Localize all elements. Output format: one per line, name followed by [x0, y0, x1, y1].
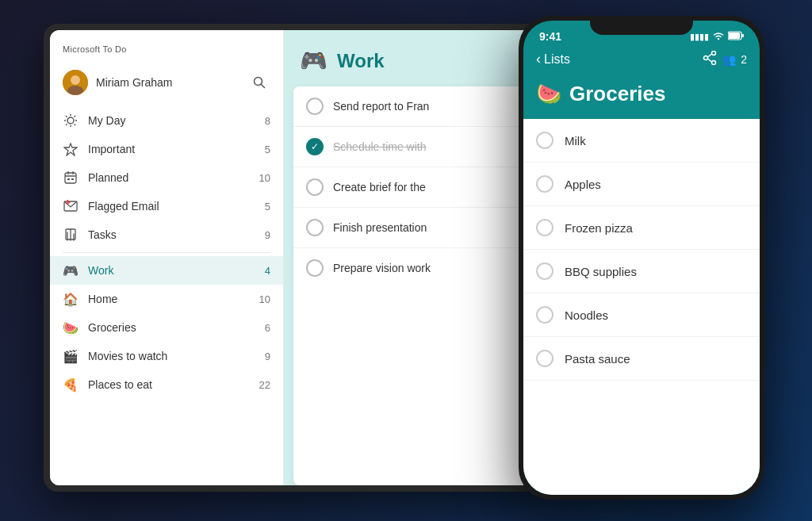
search-button[interactable] — [248, 71, 270, 94]
groceries-icon: 🍉 — [63, 320, 79, 335]
svg-rect-26 — [729, 33, 740, 39]
phone-list-title: Groceries — [569, 82, 665, 106]
sidebar-item-label: Places to eat — [88, 378, 250, 391]
task-item-4[interactable]: Finish presentation — [293, 208, 527, 248]
phone-task-text-2: Apples — [565, 178, 601, 191]
sidebar-item-label: Movies to watch — [88, 350, 255, 362]
sidebar-item-places[interactable]: 🍕 Places to eat 22 — [50, 370, 283, 399]
phone-task-text-4: BBQ supplies — [565, 265, 637, 278]
phone-list-icon: 🍉 — [536, 82, 561, 106]
sidebar-item-count: 4 — [265, 265, 270, 277]
svg-point-29 — [712, 52, 716, 56]
phone-task-checkbox-5[interactable] — [536, 306, 553, 324]
phone-notch — [590, 16, 693, 35]
sidebar-item-tasks[interactable]: Tasks 9 — [50, 220, 283, 249]
svg-rect-27 — [741, 34, 744, 37]
phone-list-header: 🍉 Groceries — [523, 75, 760, 119]
svg-marker-14 — [64, 144, 77, 155]
sidebar-item-label: Home — [88, 293, 250, 305]
phone-time: 9:41 — [539, 30, 561, 43]
list-header: 🎮 Work — [284, 30, 537, 86]
sidebar-item-label: Tasks — [88, 228, 255, 241]
work-icon: 🎮 — [63, 262, 79, 278]
task-text-4: Finish presentation — [333, 221, 515, 234]
wifi-icon — [712, 31, 725, 42]
task-checkbox-3[interactable] — [306, 178, 324, 196]
svg-line-10 — [66, 116, 67, 117]
phone-task-item-4[interactable]: BBQ supplies — [523, 250, 760, 293]
phone-task-text-3: Frozen pizza — [565, 221, 633, 235]
phone-task-item-3[interactable]: Frozen pizza — [523, 206, 760, 250]
tasks-icon — [63, 227, 79, 243]
svg-point-28 — [704, 56, 708, 60]
task-list: Send report to Fran ✓ Schedule time with… — [293, 86, 527, 485]
phone-task-list: Milk Apples Frozen pizza BBQ supplies No… — [523, 119, 760, 495]
sidebar-item-movies[interactable]: 🎬 Movies to watch 9 — [50, 342, 283, 370]
phone-task-checkbox-2[interactable] — [536, 175, 553, 193]
task-item-1[interactable]: Send report to Fran — [293, 86, 527, 127]
signal-icon: ▮▮▮▮ — [690, 32, 709, 42]
back-arrow-icon: ‹ — [536, 51, 541, 67]
sidebar-item-count: 9 — [265, 229, 270, 241]
list-icon: 🎮 — [300, 48, 327, 74]
task-item-5[interactable]: Prepare vision work — [293, 248, 527, 288]
planned-icon — [63, 170, 79, 186]
status-icons: ▮▮▮▮ — [690, 31, 744, 42]
sidebar-item-label: Work — [88, 264, 255, 277]
sidebar-item-home[interactable]: 🏠 Home 10 — [50, 285, 283, 313]
task-text-3: Create brief for the — [333, 181, 515, 193]
my-day-icon — [63, 113, 79, 128]
sidebar-item-count: 10 — [259, 293, 270, 305]
sidebar-item-label: Important — [88, 143, 255, 155]
svg-point-30 — [712, 61, 716, 65]
sidebar-item-my-day[interactable]: My Day 8 — [50, 106, 283, 135]
phone-screen: 9:41 ▮▮▮▮ ‹ Lists 👥 2 — [523, 21, 760, 495]
sidebar-item-count: 22 — [259, 379, 270, 391]
share-icon[interactable] — [702, 51, 718, 67]
phone-task-item-2[interactable]: Apples — [523, 163, 760, 206]
svg-line-31 — [708, 54, 712, 57]
places-icon: 🍕 — [63, 377, 79, 393]
svg-line-11 — [75, 125, 76, 126]
svg-rect-15 — [65, 173, 76, 183]
phone-task-item-1[interactable]: Milk — [523, 119, 760, 163]
phone-task-item-5[interactable]: Noodles — [523, 293, 760, 337]
action-count: 2 — [741, 53, 747, 66]
phone-task-checkbox-4[interactable] — [536, 262, 553, 280]
sidebar-item-planned[interactable]: Planned 10 — [50, 163, 283, 192]
list-title: Work — [337, 50, 385, 72]
app-name: Microsoft To Do — [50, 30, 283, 63]
phone-task-item-6[interactable]: Pasta sauce — [523, 337, 760, 381]
sidebar-item-label: Planned — [88, 171, 250, 184]
sidebar-item-important[interactable]: Important 5 — [50, 135, 283, 163]
sidebar-item-groceries[interactable]: 🍉 Groceries 6 — [50, 313, 283, 342]
svg-point-5 — [67, 117, 74, 124]
phone-task-checkbox-3[interactable] — [536, 219, 553, 236]
svg-rect-20 — [71, 178, 74, 180]
phone-task-text-1: Milk — [565, 134, 586, 147]
task-checkbox-2[interactable]: ✓ — [306, 138, 324, 155]
sidebar-item-count: 5 — [265, 144, 270, 155]
task-checkbox-5[interactable] — [306, 259, 324, 277]
task-checkbox-1[interactable] — [306, 98, 324, 115]
phone-nav: ‹ Lists 👥 2 — [523, 46, 760, 75]
sidebar-divider — [63, 252, 270, 253]
sidebar-item-flagged-email[interactable]: Flagged Email 5 — [50, 192, 283, 220]
sidebar-item-label: My Day — [88, 114, 255, 127]
person-badge: 👥 — [722, 53, 736, 66]
user-profile[interactable]: Miriam Graham — [50, 63, 283, 106]
phone-task-checkbox-1[interactable] — [536, 132, 553, 149]
sidebar-item-work[interactable]: 🎮 Work 4 — [50, 256, 283, 285]
important-icon — [63, 141, 79, 157]
svg-line-4 — [262, 85, 265, 88]
task-item-3[interactable]: Create brief for the — [293, 167, 527, 208]
home-icon: 🏠 — [63, 291, 79, 307]
svg-line-32 — [708, 59, 712, 62]
back-text: Lists — [544, 52, 570, 67]
phone-task-checkbox-6[interactable] — [536, 350, 553, 367]
svg-marker-23 — [67, 200, 71, 205]
task-item-2[interactable]: ✓ Schedule time with — [293, 127, 527, 167]
task-checkbox-4[interactable] — [306, 219, 324, 236]
back-button[interactable]: ‹ Lists — [536, 51, 570, 67]
task-text-1: Send report to Fran — [333, 100, 515, 113]
